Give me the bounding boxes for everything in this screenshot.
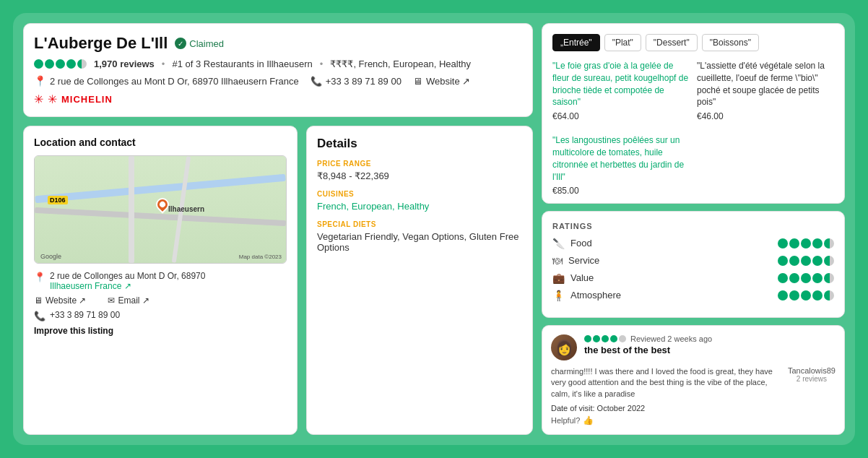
review-stars-row: Reviewed 2 weeks ago [584,334,836,343]
tab-entree[interactable]: „Entrée" [552,34,600,51]
value-icon: 💼 [552,272,565,284]
star-3 [602,335,609,342]
restaurant-name: L'Auberge De L'Ill [34,34,168,53]
atmosphere-label: 🧍 Atmosphere [552,290,639,301]
website-contact-link[interactable]: 🖥 Website ↗ [34,295,86,306]
map-google-label: Google [40,253,61,260]
website-link-text[interactable]: Website ↗ [45,295,86,306]
reviewer-reviews: 2 reviews [788,375,836,383]
contact-links: 🖥 Website ↗ ✉ Email ↗ [34,295,287,306]
address-lines: 2 rue de Collonges au Mont D Or, 68970 I… [50,271,205,291]
food-text: Food [570,238,592,249]
location-title: Location and contact [34,137,287,148]
reviewer-info: Tancalowis89 2 reviews [788,366,836,425]
star-2 [593,335,600,342]
website-item[interactable]: 🖥 Website ↗ [413,76,470,87]
review-card: 👩 Reviewed 2 weeks ago the best of the b… [542,325,845,435]
tab-boissons[interactable]: "Boissons" [702,34,759,51]
menu-card: „Entrée" "Plat" "Dessert" "Boissons" "Le… [542,23,845,204]
rdot [789,238,799,249]
rdot [812,290,823,301]
review-content-row: charming!!!! I was there and I loved the… [551,366,836,425]
menu-item-1-desc: "Le foie gras d'oie à la gelée de fleur … [552,60,690,108]
monitor-icon: 🖥 [413,76,422,87]
rdot [801,290,811,301]
menu-left-column: "Le foie gras d'oie à la gelée de fleur … [552,60,690,196]
rdot [812,238,823,249]
food-label: 🔪 Food [552,238,639,249]
cuisines-label: CUISINES [317,190,522,198]
food-rating-dots [778,238,834,249]
dot-3 [56,59,65,69]
map-road-vert [129,156,134,263]
value-text: Value [570,272,594,283]
rank-text: #1 of 3 Restaurants in Illhaeusern [172,59,312,69]
map-d106-label: D106 [48,196,68,204]
value-rating-dots [778,273,834,283]
separator-2: • [320,59,324,69]
address-contact-row: 📍 2 rue de Collonges au Mont D Or, 68970… [34,271,287,291]
right-column: „Entrée" "Plat" "Dessert" "Boissons" "Le… [542,23,845,435]
address-pin-icon: 📍 [34,272,45,282]
price-cuisine: ₹₹₹₹, French, European, Healthy [330,59,471,69]
email-contact-link[interactable]: ✉ Email ↗ [108,295,149,306]
phone-contact-row: 📞 +33 3 89 71 89 00 [34,310,287,321]
michelin-text: MICHELIN [61,94,113,105]
menu-item-2-price: €85.00 [552,186,690,196]
website-link[interactable]: Website ↗ [426,76,470,87]
rdot [789,290,799,301]
rdot [778,256,788,266]
phone-item: 📞 +33 3 89 71 89 00 [311,76,402,87]
helpful-label: Helpful? [551,416,580,425]
tab-plat[interactable]: "Plat" [604,34,641,51]
claimed-label: Claimed [189,38,224,49]
review-header: 👩 Reviewed 2 weeks ago the best of the b… [551,334,836,360]
email-link-text[interactable]: Email ↗ [118,295,149,306]
review-stars [584,335,626,342]
star-4 [610,335,617,342]
rdot [778,238,788,249]
rdot [778,273,788,283]
header-top: L'Auberge De L'Ill ✓ Claimed [34,34,522,53]
claimed-check-icon: ✓ [175,38,186,49]
star-1 [584,335,591,342]
phone-contact-text: +33 3 89 71 89 00 [50,310,120,320]
ratings-card: RATINGS 🔪 Food 🍽 Service [542,211,845,318]
review-date: Date of visit: October 2022 [551,404,782,412]
header-card: L'Auberge De L'Ill ✓ Claimed 1,970 revie… [23,23,533,117]
rdot [801,273,811,283]
reviewed-text: Reviewed 2 weeks ago [630,334,712,343]
rating-row-food: 🔪 Food [552,238,834,249]
tab-dessert[interactable]: "Dessert" [646,34,698,51]
reviewer-name: Tancalowis89 [788,366,836,375]
map-city-label: Ilhaeusern [168,205,204,213]
monitor-contact-icon: 🖥 [34,295,43,306]
rdot [789,256,799,266]
dot-half [77,59,87,69]
reviewer-avatar: 👩 [551,334,577,360]
rating-row-service: 🍽 Service [552,255,834,267]
rdot [812,273,823,283]
map-data-label: Map data ©2023 [239,254,282,260]
email-icon: ✉ [108,295,115,306]
improve-listing-link[interactable]: Improve this listing [34,326,287,336]
address-text: 2 rue de Collonges au Mont D Or, 68970 I… [50,76,299,87]
michelin-icon-1: ✳ [34,92,43,106]
review-body: charming!!!! I was there and I loved the… [551,366,782,399]
rdot [778,290,788,301]
value-label: 💼 Value [552,272,639,284]
review-helpful-row: Helpful? 👍 [551,415,782,425]
rating-row-atmosphere: 🧍 Atmosphere [552,290,834,301]
price-range-value: ₹8,948 - ₹22,369 [317,170,522,181]
details-card: Details PRICE RANGE ₹8,948 - ₹22,369 CUI… [306,126,533,435]
map-placeholder: D106 Ilhaeusern Google Map data ©2023 [34,155,287,264]
food-icon: 🔪 [552,238,565,249]
dot-1 [34,59,43,69]
address-line2[interactable]: Illhaeusern France ↗ [50,281,205,291]
review-text-section: charming!!!! I was there and I loved the… [551,366,782,425]
reviews-count: 1,970 reviews [94,59,155,69]
special-diets-value: Vegetarian Friendly, Vegan Options, Glut… [317,231,522,253]
address-item: 📍 2 rue de Collonges au Mont D Or, 68970… [34,75,299,87]
cuisines-value: French, European, Healthy [317,201,522,212]
thumbs-up-icon[interactable]: 👍 [583,415,594,425]
